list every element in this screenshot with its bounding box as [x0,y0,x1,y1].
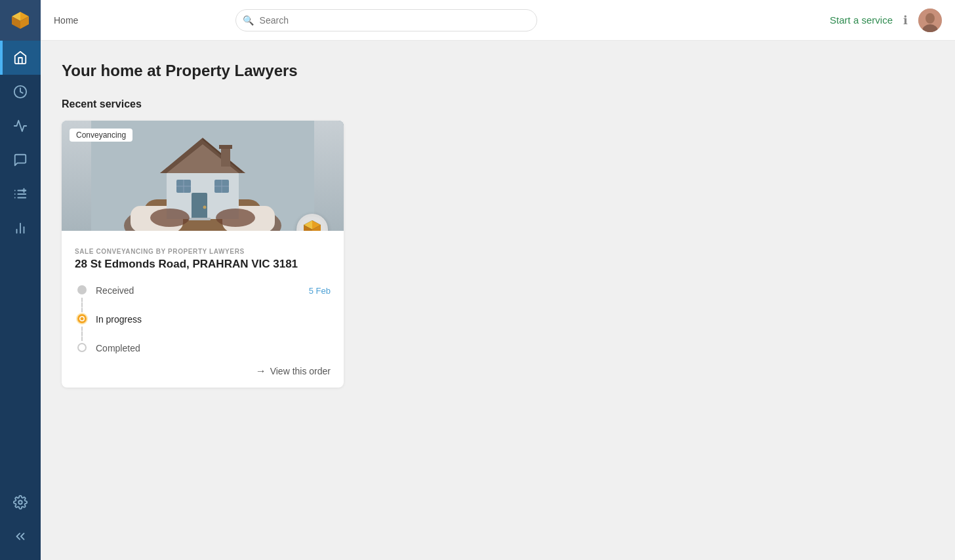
sidebar-bottom [0,485,41,560]
svg-point-19 [925,13,935,24]
svg-rect-30 [221,147,230,167]
timeline-dot-col-in-progress [75,313,89,323]
start-service-button[interactable]: Start a service [830,14,893,26]
card-subtitle: SALE CONVEYANCING BY PROPERTY LAWYERS [75,248,331,255]
message-icon [13,153,28,167]
svg-rect-31 [219,145,232,149]
app-logo[interactable] [0,0,41,41]
sidebar-item-home[interactable] [0,41,41,75]
page-content: Your home at Property Lawyers Recent ser… [41,41,955,560]
sidebar-item-add-list[interactable] [0,177,41,211]
sidebar-item-messages[interactable] [0,143,41,177]
provider-logo-icon [299,216,325,231]
logo-icon [9,9,31,31]
timeline-dot-in-progress [77,314,87,323]
arrow-right-icon: → [256,365,266,377]
info-icon[interactable]: ℹ [903,13,908,28]
timeline-label-in-progress: In progress [96,314,142,325]
timeline-label-completed: Completed [96,343,140,353]
search-container: 🔍 [235,9,537,31]
timeline-connector-1 [75,297,331,313]
timeline-date-received: 5 Feb [309,286,331,296]
sidebar-item-activity[interactable] [0,75,41,109]
timeline-line-col-2 [75,326,89,342]
provider-logo [296,214,328,231]
svg-point-41 [150,209,190,227]
timeline-item-received: Received 5 Feb [75,284,331,297]
timeline-content-completed: Completed [89,342,331,355]
settings-icon [13,495,28,510]
topbar-right: Start a service ℹ [830,9,942,32]
svg-point-42 [216,209,255,227]
chart-icon [13,221,28,235]
card-image: Conveyancing [62,121,344,231]
card-badge: Conveyancing [70,129,132,142]
timeline-line-1 [81,298,83,312]
avatar[interactable] [918,9,942,32]
home-link[interactable]: Home [54,15,78,26]
timeline-connector-2 [75,326,331,342]
sidebar-item-pulse[interactable] [0,109,41,143]
timeline-dot-received [77,285,87,294]
timeline-dot-completed [77,343,87,352]
timeline-item-completed: Completed [75,342,331,355]
recent-services-label: Recent services [62,98,934,110]
timeline-line-col-1 [75,297,89,313]
avatar-image [918,9,942,32]
timeline-content-in-progress: In progress [89,313,331,326]
topbar: Home 🔍 Start a service ℹ [41,0,955,41]
timeline: Received 5 Feb [75,284,331,355]
add-list-icon [13,187,28,201]
svg-rect-40 [188,218,211,220]
timeline-dot-col-received [75,284,89,294]
card-body: SALE CONVEYANCING BY PROPERTY LAWYERS 28… [62,231,344,355]
sidebar-item-collapse[interactable] [0,519,41,553]
sidebar-item-chart[interactable] [0,211,41,245]
timeline-content-received: Received 5 Feb [89,284,331,297]
view-order-link[interactable]: → View this order [256,365,331,377]
timeline-label-received: Received [96,285,134,296]
timeline-line-2 [81,327,83,341]
search-icon: 🔍 [243,15,254,26]
service-card: Conveyancing SALE CONVEYANCING BY PROPER… [62,121,344,388]
view-order-label: View this order [270,366,331,376]
search-input[interactable] [235,9,537,31]
main-area: Home 🔍 Start a service ℹ Your home at Pr… [41,0,955,560]
page-title: Your home at Property Lawyers [62,62,934,80]
sidebar [0,0,41,560]
search-wrapper: 🔍 [235,9,537,31]
sidebar-item-settings[interactable] [0,485,41,519]
activity-icon [13,85,28,99]
card-footer: → View this order [62,355,344,388]
collapse-icon [13,529,28,544]
svg-point-39 [203,206,207,209]
home-icon [13,50,28,65]
svg-point-17 [18,500,22,504]
card-address: 28 St Edmonds Road, PRAHRAN VIC 3181 [75,258,331,271]
timeline-dot-col-completed [75,342,89,352]
timeline-item-in-progress: In progress [75,313,331,326]
pulse-icon [13,119,28,133]
